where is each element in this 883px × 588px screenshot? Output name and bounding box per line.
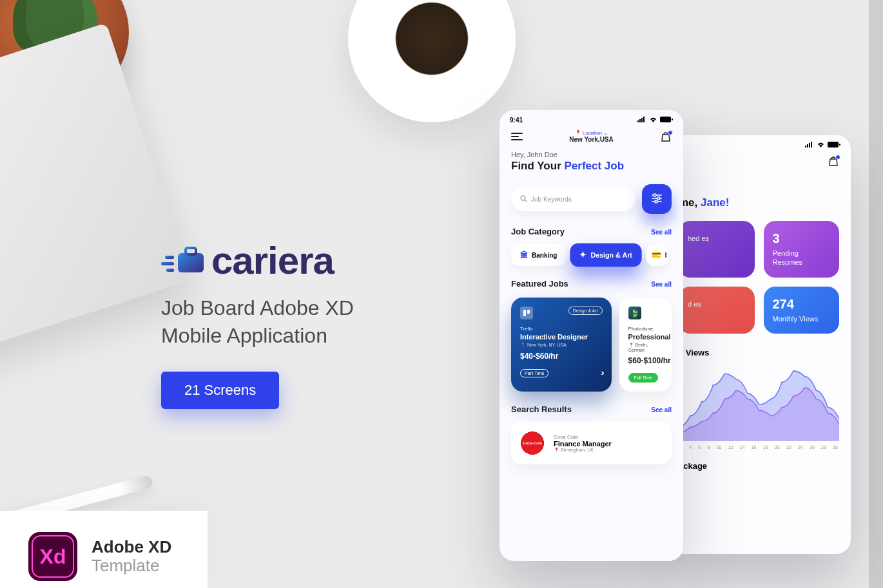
- top-bar: [667, 151, 851, 168]
- decor-right-shadow: [869, 0, 883, 588]
- brand-name: cariera: [211, 238, 334, 283]
- svg-rect-8: [811, 142, 812, 147]
- stat-tile-2[interactable]: 3 Pending Resumes: [764, 221, 840, 278]
- svg-rect-28: [641, 118, 643, 122]
- search-result-item[interactable]: Coca-Cola Coca Cola Finance Manager Birm…: [511, 422, 672, 464]
- tile-number: 274: [773, 297, 831, 312]
- search-placeholder: Job Keywords: [531, 196, 572, 203]
- location-label: Location: [583, 130, 602, 136]
- location-selector[interactable]: Location ⌄ New York,USA: [569, 130, 614, 143]
- job-type: Part-Time: [520, 369, 548, 377]
- phone-mockup-home: 9:41 Location ⌄ New York,USA Hey, John D…: [500, 110, 683, 561]
- tile-number: 3: [773, 231, 831, 246]
- job-tag: Design & Art: [568, 307, 603, 315]
- stat-tile-1[interactable]: hed es: [679, 221, 755, 278]
- status-bar: [667, 135, 851, 151]
- chip-label: I: [665, 252, 667, 259]
- svg-rect-4: [166, 269, 174, 272]
- stat-tile-4[interactable]: 274 Monthly Views: [764, 287, 840, 334]
- chip-banking[interactable]: 🏛 Banking: [511, 244, 566, 266]
- see-all-results[interactable]: See all: [651, 406, 672, 413]
- chip-label: Banking: [532, 252, 557, 259]
- svg-rect-30: [660, 117, 671, 122]
- svg-rect-0: [178, 253, 204, 272]
- result-title: Finance Manager: [554, 440, 612, 448]
- featured-job-card-1[interactable]: Design & Art Trello Interactive Designer…: [511, 298, 612, 392]
- chip-design-art[interactable]: ✦ Design & Art: [570, 243, 642, 267]
- wifi-icon: [817, 142, 825, 149]
- tile-label: Monthly Views: [773, 314, 831, 323]
- svg-rect-6: [807, 144, 808, 147]
- svg-rect-10: [839, 144, 840, 146]
- svg-rect-3: [161, 262, 174, 265]
- trello-icon: [520, 307, 533, 319]
- decor-coffee-cup: [348, 0, 516, 122]
- search-icon: [520, 195, 527, 204]
- phone-mockup-dashboard: me, Jane! hed es 3 Pending Resumes d es …: [667, 135, 851, 554]
- result-location: Birmingham, UK: [554, 448, 612, 453]
- battery-icon: [828, 142, 840, 149]
- hero-subtitle: Job Board Adobe XD Mobile Application: [161, 294, 496, 350]
- chip-label: Design & Art: [591, 251, 632, 259]
- svg-rect-27: [639, 119, 641, 122]
- badge-title: Adobe XD: [92, 537, 171, 557]
- job-pay: $40-$60/hr: [520, 352, 603, 361]
- job-title: Professional: [628, 333, 663, 341]
- battery-icon: [660, 117, 673, 124]
- job-type: Full Time: [628, 373, 658, 383]
- welcome-name: Jane!: [701, 196, 729, 209]
- svg-point-37: [657, 197, 660, 200]
- svg-rect-9: [828, 142, 839, 147]
- menu-icon[interactable]: [511, 133, 523, 140]
- job-company: Trello: [520, 326, 603, 332]
- badge-subtitle: Template: [92, 556, 171, 576]
- svg-rect-41: [527, 310, 530, 314]
- chip-partial[interactable]: 💳 I: [646, 244, 668, 266]
- job-pay: $60-$100/hr: [628, 356, 663, 365]
- chart-x-axis: 24681012141618202224262830: [679, 445, 839, 450]
- wifi-icon: [649, 117, 657, 124]
- featured-heading: Featured Jobs: [511, 279, 568, 289]
- featured-job-card-2[interactable]: 🍃 Photodune Professional Berlin, German …: [619, 298, 672, 392]
- svg-point-39: [655, 200, 657, 203]
- coca-cola-icon: Coca-Cola: [519, 430, 546, 457]
- results-heading: Search Results: [511, 404, 572, 414]
- see-all-categories[interactable]: See all: [651, 229, 672, 236]
- headline-accent: Perfect Job: [564, 160, 624, 172]
- see-all-featured[interactable]: See all: [651, 281, 672, 288]
- cellular-icon: [637, 117, 646, 124]
- chevron-right-icon: ››: [601, 368, 603, 377]
- bag-icon[interactable]: [828, 155, 839, 167]
- top-bar: Location ⌄ New York,USA: [500, 126, 683, 144]
- stat-tile-3[interactable]: d es: [679, 287, 755, 334]
- svg-rect-26: [637, 120, 639, 122]
- hero-subtitle-line1: Job Board Adobe XD: [161, 294, 496, 322]
- adobe-xd-icon: Xd: [28, 532, 77, 581]
- svg-rect-2: [165, 256, 174, 259]
- briefcase-speed-icon: [161, 244, 208, 278]
- svg-point-35: [654, 194, 656, 196]
- screens-count-button[interactable]: 21 Screens: [161, 372, 279, 409]
- svg-line-33: [525, 200, 527, 202]
- location-city: New York,USA: [569, 136, 614, 143]
- sliders-icon: [650, 192, 663, 206]
- tile-label: d es: [688, 299, 746, 308]
- stats-tiles: hed es 3 Pending Resumes d es 274 Monthl…: [679, 221, 839, 334]
- search-input[interactable]: Job Keywords: [511, 187, 636, 211]
- svg-rect-7: [809, 143, 810, 147]
- greeting: Hey, John Doe: [511, 151, 672, 158]
- svg-rect-40: [523, 310, 526, 316]
- photodune-icon: 🍃: [628, 307, 641, 319]
- job-location: Berlin, German: [628, 343, 663, 352]
- svg-rect-29: [643, 117, 645, 122]
- welcome-heading: me, Jane!: [679, 196, 839, 209]
- category-heading: Job Category: [511, 227, 565, 236]
- card-icon: 💳: [652, 251, 661, 260]
- views-area-chart: [679, 364, 839, 441]
- bag-icon[interactable]: [660, 131, 672, 142]
- status-time: 9:41: [510, 117, 523, 124]
- headline: Find Your Perfect Job: [511, 160, 672, 173]
- filter-button[interactable]: [642, 184, 672, 214]
- cellular-icon: [805, 142, 814, 149]
- format-badge: Xd Adobe XD Template: [0, 511, 208, 588]
